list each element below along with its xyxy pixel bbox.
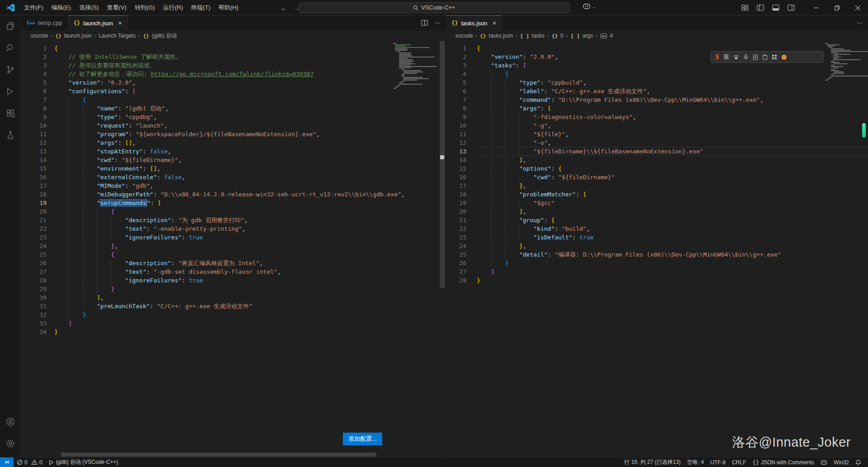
remote-indicator[interactable]: >< [0,457,14,467]
code-line[interactable]: }, [477,242,868,250]
code-line[interactable]: "preLaunchTask": "C/C++: g++.exe 生成活动文件" [54,302,446,310]
editor-tasks-json[interactable]: 1234567891011121314151617181920212223242… [446,41,868,457]
code-line[interactable]: "cwd": "${fileDirname}", [54,156,446,164]
code-line[interactable]: "description": "为 gdb 启用整齐打印", [54,216,446,224]
split-editor-icon[interactable] [421,20,428,26]
code-line[interactable]: } [477,259,868,267]
vertical-scrollbar[interactable] [440,41,445,288]
language-mode-status[interactable]: {} JSON with Comments [749,457,817,467]
menu-view[interactable]: 查看(V) [103,0,130,15]
more-actions-icon[interactable]: ⋯ [857,19,863,26]
add-configuration-button[interactable]: 添加配置... [343,433,382,445]
code-line[interactable]: "type": "cppdbg", [54,113,446,121]
menu-edit[interactable]: 编辑(E) [47,0,75,15]
code-line[interactable]: "${fileDirname}\\${fileBasenameNoExtensi… [477,147,868,156]
code-line[interactable]: "-o", [477,138,868,147]
code-line[interactable]: "environment": [], [54,164,446,173]
code-line[interactable]: "group": { [477,216,868,224]
code-line[interactable]: "ignoreFailures": true [54,276,446,285]
code-line[interactable]: "description": "将反汇编风格设置为 Intel", [54,259,446,267]
command-center-search[interactable]: VSCode-C++ [299,2,570,13]
code-line[interactable]: "MIMode": "gdb", [54,181,446,190]
code-line[interactable]: "stopAtEntry": false, [54,147,446,156]
code-line[interactable]: "kind": "build", [477,224,868,233]
code-line[interactable]: ], [477,207,868,216]
tab-tasks-json[interactable]: {} tasks.json ✕ [446,15,502,30]
testing-icon[interactable] [0,124,21,146]
close-tab-icon[interactable]: ✕ [118,20,122,26]
code-line[interactable]: "problemMatcher": [ [477,190,868,199]
close-tab-icon[interactable]: ✕ [492,20,496,26]
microphone-icon[interactable] [743,54,749,60]
code-line[interactable]: // 使用 IntelliSense 了解相关属性。 [54,52,446,61]
copilot-menu[interactable]: ⌄ [583,3,596,10]
code-line[interactable]: "ignoreFailures": true [54,233,446,242]
document-icon[interactable] [753,54,758,60]
code-line[interactable]: "externalConsole": false, [54,173,446,181]
code-line[interactable]: "command": "D:\\Program Files (x86)\\Dev… [477,95,868,104]
code-line[interactable]: { [54,44,446,52]
sogou-logo-icon[interactable]: S [715,53,719,61]
menu-goto[interactable]: 转到(G) [131,0,159,15]
code-line[interactable]: ] [54,319,446,328]
code-line[interactable]: }, [477,181,868,190]
toggle-sidebar-icon[interactable] [757,5,764,11]
close-window-button[interactable] [847,0,868,15]
code-line[interactable]: "detail": "编译器: D:\\Program Files (x86)\… [477,250,868,259]
code-line[interactable]: ] [477,267,868,276]
more-actions-icon[interactable]: ⋯ [434,19,440,26]
code-line[interactable]: } [477,276,868,285]
breadcrumb-item[interactable]: Launch Targets [99,33,136,39]
code-line[interactable]: "isDefault": true [477,233,868,242]
breadcrumb-item[interactable]: .vscode [29,33,48,39]
breadcrumb-item[interactable]: .vscode [454,33,473,39]
customize-layout-icon[interactable] [741,5,749,11]
code-line[interactable]: ], [477,156,868,164]
problems-status[interactable]: 0 0 [14,457,45,467]
breadcrumb-item[interactable]: 0 [560,33,564,39]
code-lines[interactable]: { // 使用 IntelliSense 了解相关属性。 // 悬停以查看现有属… [54,41,446,457]
extensions-icon[interactable] [0,102,21,124]
code-line[interactable]: "version": "0.2.0", [54,78,446,87]
os-status[interactable]: Win32 [830,457,852,467]
code-line[interactable]: "configurations": [ [54,87,446,95]
restore-button[interactable] [826,0,847,15]
encoding-status[interactable]: UTF-8 [707,457,729,467]
notifications-bell[interactable] [852,457,864,467]
code-line[interactable]: "text": "-enable-pretty-printing", [54,224,446,233]
code-line[interactable]: "-fdiagnostics-color=always", [477,113,868,121]
breadcrumb-item[interactable]: (gdb) 启动 [152,32,176,40]
code-line[interactable]: "name": "(gdb) 启动", [54,104,446,113]
toggle-panel-icon[interactable] [772,5,779,11]
code-line[interactable]: { [54,207,446,216]
copilot-status[interactable] [817,457,830,467]
code-line[interactable]: "${file}", [477,130,868,138]
tab-launch-json[interactable]: {} launch.json ✕ [68,15,128,30]
indentation-status[interactable]: 空格: 4 [684,457,707,467]
menu-run[interactable]: 运行(R) [159,0,187,15]
code-line[interactable]: "args": [], [54,138,446,147]
emoji-face-icon[interactable] [781,54,787,60]
code-line[interactable]: }, [54,242,446,250]
settings-gear-icon[interactable] [0,433,21,454]
horizontal-scrollbar[interactable] [61,453,376,457]
editor-launch-json[interactable]: 1234567891011121314151617181920212223242… [21,41,446,457]
code-line[interactable]: } [54,328,446,336]
code-line[interactable]: "request": "launch", [54,121,446,130]
minimize-button[interactable] [806,0,826,15]
cursor-position-status[interactable]: 行 19, 列 27 (已选择13) [621,457,684,467]
menu-file[interactable]: 文件(F) [20,0,47,15]
code-line[interactable]: { [54,95,446,104]
code-line[interactable]: "-g", [477,121,868,130]
code-line[interactable]: { [477,70,868,78]
explorer-icon[interactable] [0,15,21,37]
code-line[interactable]: ], [54,293,446,302]
code-line[interactable]: "options": { [477,164,868,173]
debug-launch-status[interactable]: (gdb) 启动 (VSCode-C++) [45,457,121,467]
code-line[interactable]: "type": "cppbuild", [477,78,868,87]
code-line[interactable]: "text": "-gdb-set disassembly-flavor int… [54,267,446,276]
ime-mode-indicator[interactable]: 英 [723,53,729,61]
code-line[interactable]: // 欲了解更多信息，请访问: https://go.microsoft.com… [54,70,446,78]
code-line[interactable]: "program": "${workspaceFolder}/${fileBas… [54,130,446,138]
eol-status[interactable]: CRLF [729,457,749,467]
